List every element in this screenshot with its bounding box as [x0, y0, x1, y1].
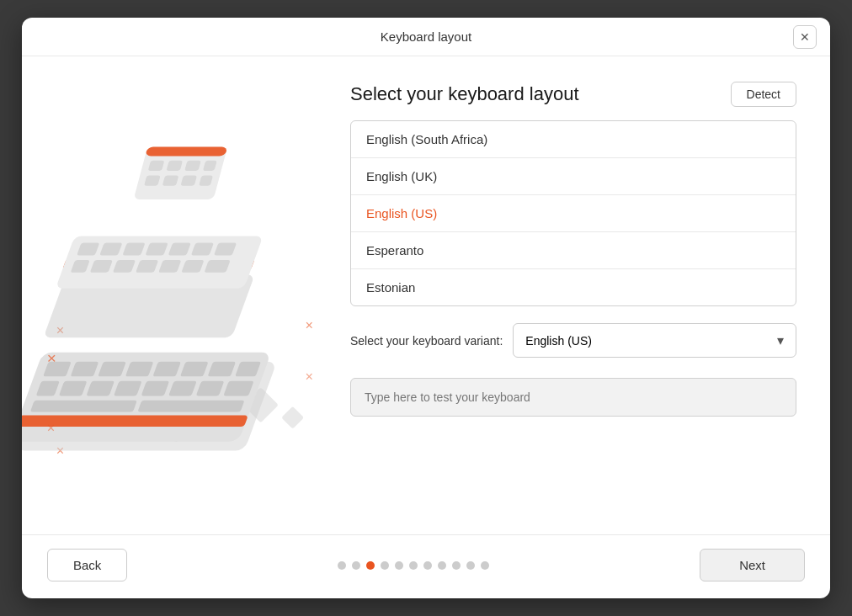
- svg-rect-9: [281, 406, 304, 429]
- layout-item-1[interactable]: English (UK): [351, 158, 796, 195]
- footer: Back Next: [22, 534, 830, 598]
- svg-rect-12: [22, 416, 248, 427]
- svg-rect-55: [162, 176, 179, 186]
- pagination-dot-10: [481, 561, 489, 570]
- svg-text:×: ×: [47, 349, 56, 367]
- variant-label: Select your keyboard variant:: [350, 334, 503, 348]
- right-panel: Select your keyboard layout Detect Engli…: [342, 56, 830, 534]
- svg-rect-54: [144, 176, 161, 186]
- pagination-dot-4: [395, 561, 403, 570]
- svg-rect-51: [167, 161, 184, 171]
- svg-rect-30: [137, 401, 244, 412]
- pagination-dot-7: [438, 561, 446, 570]
- variant-row: Select your keyboard variant: English (U…: [350, 323, 796, 358]
- pagination-dot-1: [352, 561, 360, 570]
- title-bar: Keyboard layout ✕: [22, 18, 830, 56]
- keyboard-test-input[interactable]: [350, 378, 796, 417]
- pagination-dot-3: [381, 561, 389, 570]
- layout-item-4[interactable]: Estonian: [351, 269, 796, 305]
- close-button[interactable]: ✕: [793, 25, 817, 49]
- left-panel: × × × ×: [22, 56, 342, 534]
- content-area: × × × ×: [22, 56, 830, 534]
- layout-item-0[interactable]: English (South Africa): [351, 121, 796, 158]
- pagination-dot-0: [338, 561, 346, 570]
- keyboard-illustration: × × × ×: [22, 56, 342, 534]
- pagination-dot-8: [452, 561, 461, 570]
- svg-text:×: ×: [47, 420, 56, 435]
- svg-rect-29: [30, 401, 137, 412]
- keyboard-layout-dialog: Keyboard layout ✕ × × × ×: [22, 18, 830, 598]
- layout-item-3[interactable]: Esperanto: [351, 232, 796, 269]
- pagination-dots: [338, 561, 489, 570]
- chevron-down-icon: ▾: [777, 332, 784, 348]
- next-button[interactable]: Next: [700, 549, 805, 581]
- back-button[interactable]: Back: [47, 549, 127, 581]
- pagination-dot-9: [466, 561, 475, 570]
- section-header: Select your keyboard layout Detect: [350, 82, 796, 107]
- section-title: Select your keyboard layout: [350, 83, 579, 105]
- detect-button[interactable]: Detect: [731, 82, 796, 107]
- svg-text:×: ×: [306, 317, 314, 332]
- pagination-dot-5: [409, 561, 418, 570]
- svg-rect-49: [145, 147, 227, 157]
- dialog-title: Keyboard layout: [381, 29, 471, 44]
- pagination-dot-6: [423, 561, 432, 570]
- svg-rect-56: [180, 176, 197, 186]
- svg-rect-50: [148, 161, 165, 171]
- svg-rect-47: [204, 260, 230, 273]
- layout-item-2[interactable]: English (US): [351, 195, 796, 232]
- layout-list: English (South Africa) English (UK) Engl…: [350, 120, 796, 306]
- pagination-dot-2: [366, 561, 375, 570]
- variant-select[interactable]: English (US) ▾: [513, 323, 796, 358]
- svg-rect-52: [184, 161, 201, 171]
- variant-selected-value: English (US): [525, 334, 592, 348]
- svg-text:×: ×: [306, 369, 314, 384]
